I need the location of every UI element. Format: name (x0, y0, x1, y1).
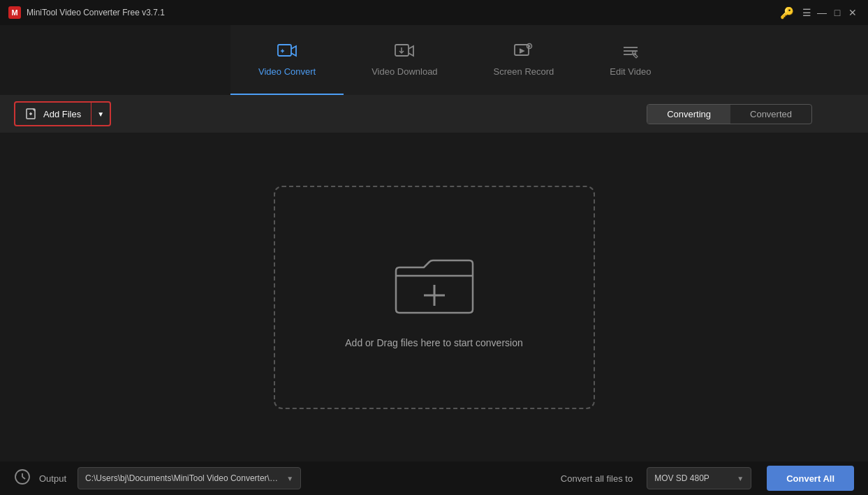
converting-tab-button[interactable]: Converting (647, 105, 730, 124)
video-download-label: Video Download (372, 66, 437, 77)
nav-bar: Video Convert Video Download (0, 25, 868, 95)
output-path-selector[interactable]: C:\Users\bj\Documents\MiniTool Video Con… (78, 467, 301, 489)
nav-sidebar (0, 25, 230, 95)
key-icon[interactable]: 🔑 (780, 6, 794, 20)
video-download-icon (395, 43, 414, 62)
main-content: Add or Drag files here to start conversi… (0, 133, 868, 461)
video-convert-label: Video Convert (258, 66, 316, 77)
menu-button[interactable]: ☰ (800, 6, 814, 20)
add-files-main[interactable]: Add Files (15, 103, 91, 125)
close-button[interactable]: ✕ (846, 6, 860, 20)
svg-point-9 (528, 45, 530, 47)
drop-zone-text: Add or Drag files here to start conversi… (345, 337, 522, 348)
screen-record-icon (514, 43, 534, 62)
tab-video-convert[interactable]: Video Convert (230, 25, 344, 95)
window-controls: ☰ — □ ✕ (800, 6, 860, 20)
output-label: Output (39, 473, 66, 484)
nav-tabs: Video Convert Video Download (230, 25, 868, 95)
clock-icon[interactable] (14, 468, 31, 489)
format-selector[interactable]: MOV SD 480P ▼ (647, 467, 751, 489)
svg-line-21 (22, 477, 25, 479)
edit-video-icon (621, 43, 640, 62)
folder-icon (389, 246, 480, 323)
add-files-label: Add Files (43, 109, 81, 119)
converting-converted-switcher: Converting Converted (647, 104, 812, 124)
app-title: MiniTool Video Converter Free v3.7.1 (27, 8, 780, 17)
format-dropdown-arrow: ▼ (737, 475, 744, 482)
svg-text:M: M (11, 8, 17, 17)
toolbar: Add Files ▼ Converting Converted (0, 95, 868, 133)
video-convert-icon (277, 43, 297, 62)
add-files-button[interactable]: Add Files ▼ (14, 101, 111, 126)
convert-all-files-label: Convert all files to (561, 473, 633, 484)
drop-zone[interactable]: Add or Drag files here to start conversi… (274, 186, 595, 409)
format-label: MOV SD 480P (654, 473, 709, 483)
edit-video-label: Edit Video (610, 66, 651, 77)
title-bar: M MiniTool Video Converter Free v3.7.1 🔑… (0, 0, 868, 25)
converted-tab-button[interactable]: Converted (730, 105, 811, 124)
output-path-arrow: ▼ (286, 475, 293, 482)
convert-all-button[interactable]: Convert All (767, 466, 854, 491)
output-path-text: C:\Users\bj\Documents\MiniTool Video Con… (85, 473, 281, 483)
svg-rect-2 (278, 45, 291, 56)
tab-edit-video[interactable]: Edit Video (582, 25, 679, 95)
status-bar: Output C:\Users\bj\Documents\MiniTool Vi… (0, 461, 868, 495)
maximize-button[interactable]: □ (830, 6, 844, 20)
screen-record-label: Screen Record (494, 66, 554, 77)
add-file-icon (25, 108, 38, 120)
minimize-button[interactable]: — (815, 6, 829, 20)
tab-screen-record[interactable]: Screen Record (466, 25, 582, 95)
app-logo: M (8, 6, 21, 19)
tab-video-download[interactable]: Video Download (344, 25, 465, 95)
add-files-dropdown-arrow[interactable]: ▼ (91, 103, 110, 125)
